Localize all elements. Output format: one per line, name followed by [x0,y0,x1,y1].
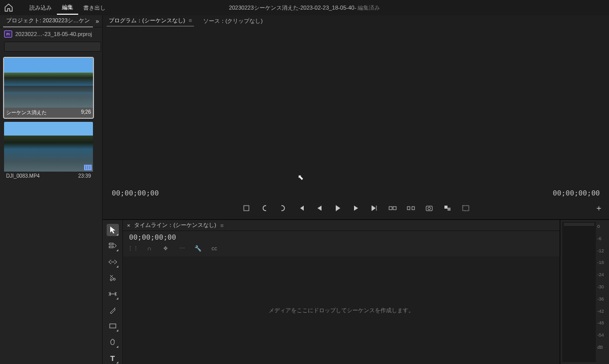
meter-tick: -30 [596,284,607,289]
svg-rect-2 [393,207,396,210]
current-timecode[interactable]: 00;00;00;00 [112,189,159,197]
meter-tick: -24 [596,272,607,277]
source-tab[interactable]: ソース：(クリップなし) [201,16,265,26]
timecode-row: 00;00;00;00 00;00;00;00 [103,187,609,197]
captions-button[interactable]: cc [210,244,218,252]
clip-thumbnail [4,122,93,172]
workspace-tab-export[interactable]: 書き出し [78,1,111,14]
video-clip-icon [84,164,92,171]
project-panel-tabs: プロジェクト: 20230223シ…ケン » [0,15,102,27]
meter-tick: -36 [596,296,607,302]
meter-tick: -54 [596,333,607,338]
left-column: プロジェクト: 20230223シ…ケン » Pr 2023022…-23_18… [0,15,103,364]
home-icon[interactable] [4,3,13,12]
razor-tool[interactable] [107,272,119,284]
selection-tool[interactable] [107,224,119,236]
duration-timecode: 00;00;00;00 [553,189,600,197]
lift-button[interactable] [388,204,397,213]
svg-rect-0 [244,206,249,211]
svg-rect-14 [110,324,116,328]
snap-button[interactable]: ∩ [145,244,153,252]
clip-card-video[interactable]: DJI_0083.MP4 23:39 [4,122,93,180]
button-editor-button[interactable]: ＋ [595,203,603,214]
timeline-option-buttons: ⋮⋮ ∩ ❖ ⋯ 🔧 cc [123,242,560,254]
timeline-panel-menu-icon[interactable]: ≡ [220,222,223,228]
audio-meter-panel: 0 -6 -12 -18 -24 -30 -36 -42 -48 -54 dB [560,220,609,364]
program-monitor: プログラム：(シーケンスなし) ≡ ソース：(クリップなし) ⬉ 00;00;0… [103,15,609,220]
clip-duration: 9;26 [81,109,91,116]
right-column: プログラム：(シーケンスなし) ≡ ソース：(クリップなし) ⬉ 00;00;0… [103,15,609,364]
timeline-toolbar: T [103,220,123,364]
slip-tool[interactable] [107,288,119,300]
play-button[interactable] [333,204,342,213]
ripple-edit-tool[interactable] [107,256,119,268]
mark-in-button[interactable] [260,204,269,213]
timeline-header: 00;00;00;00 [123,231,560,242]
timeline-timecode[interactable]: 00;00;00;00 [129,233,176,241]
workspace-tab-import[interactable]: 読み込み [24,1,57,14]
program-tab-menu-icon[interactable]: ≡ [188,17,191,23]
program-tab[interactable]: プログラム：(シーケンスなし) ≡ [107,15,194,27]
meter-tick: 0 [596,224,607,229]
comparison-view-button[interactable] [443,204,452,213]
audio-meter-track [562,222,596,362]
rectangle-tool[interactable] [107,320,119,332]
go-to-out-button[interactable] [370,204,379,213]
safe-margins-button[interactable] [461,204,470,213]
export-frame-button[interactable] [425,204,434,213]
svg-rect-1 [389,207,392,210]
workspace-tab-edit[interactable]: 編集 [57,1,78,15]
go-to-in-button[interactable] [297,204,306,213]
clip-name: シーケンス消えた [6,109,47,116]
audio-meter-scale: 0 -6 -12 -18 -24 -30 -36 -42 -48 -54 dB [596,222,607,362]
clip-duration: 23:39 [78,173,91,179]
svg-rect-8 [447,208,451,211]
track-select-tool[interactable] [107,240,119,252]
type-tool[interactable]: T [107,352,119,365]
timeline-settings-button[interactable]: 🔧 [194,244,202,252]
timeline-drop-zone[interactable]: メディアをここにドロップしてシーケンスを作成します。 [123,256,560,364]
program-tab-label: プログラム：(シーケンスなし) [109,17,185,23]
step-forward-button[interactable] [351,204,361,213]
pen-tool[interactable] [107,304,119,316]
project-panel: プロジェクト: 20230223シ…ケン » Pr 2023022…-23_18… [0,15,103,364]
search-input[interactable] [4,42,101,52]
mark-out-button[interactable] [278,204,287,213]
meter-tick: -42 [596,309,607,314]
svg-rect-9 [463,206,469,211]
window-title-suffix: 編集済み [358,5,380,11]
meter-tick: -6 [596,236,607,241]
premiere-project-icon: Pr [4,30,12,38]
program-viewer[interactable]: ⬉ [103,26,609,187]
project-panel-tab[interactable]: プロジェクト: 20230223シ…ケン [3,15,93,27]
step-back-button[interactable] [315,204,324,213]
extract-button[interactable] [406,204,415,213]
marker-button[interactable]: ⋯ [178,244,186,252]
linked-selection-button[interactable]: ❖ [162,244,170,252]
svg-rect-3 [407,207,410,210]
meter-tick: dB [596,345,607,350]
timeline-panel: × タイムライン：(シーケンスなし) ≡ 00;00;00;00 ⋮⋮ ∩ ❖ … [123,220,560,364]
clip-card-sequence[interactable]: シーケンス消えた 9;26 [4,58,93,118]
window-title: 20230223シーケンス消えた-2023-02-23_18-05-40- 編集… [229,4,380,12]
project-search-row: ▸◂ [0,40,102,54]
close-timeline-tab-button[interactable]: × [127,222,130,228]
project-file-name: 2023022…-23_18-05-40.prproj [15,31,92,37]
app-top-bar: 読み込み 編集 書き出し 20230223シーケンス消えた-2023-02-23… [0,0,609,15]
project-file-row[interactable]: Pr 2023022…-23_18-05-40.prproj [0,27,102,40]
transport-controls: ＋ [103,197,609,219]
timeline-tab-bar: × タイムライン：(シーケンスなし) ≡ [123,220,560,231]
svg-rect-4 [412,207,414,210]
svg-rect-7 [444,206,447,209]
mouse-cursor-icon: ⬉ [298,173,304,181]
project-bins[interactable]: シーケンス消えた 9;26 DJI_0083.MP4 23:39 [0,54,102,364]
clip-thumbnail [4,58,93,108]
lower-panels: T × タイムライン：(シーケンスなし) ≡ 00;00;00;00 ⋮⋮ ∩ … [103,220,609,364]
timeline-tab-label[interactable]: タイムライン：(シーケンスなし) [134,221,216,229]
insert-sequence-button[interactable]: ⋮⋮ [129,244,137,252]
workspace: プロジェクト: 20230223シ…ケン » Pr 2023022…-23_18… [0,15,609,364]
mark-clip-button[interactable] [242,204,251,213]
hand-tool[interactable] [107,336,119,348]
panel-overflow-icon[interactable]: » [95,18,99,25]
svg-rect-5 [426,206,432,211]
